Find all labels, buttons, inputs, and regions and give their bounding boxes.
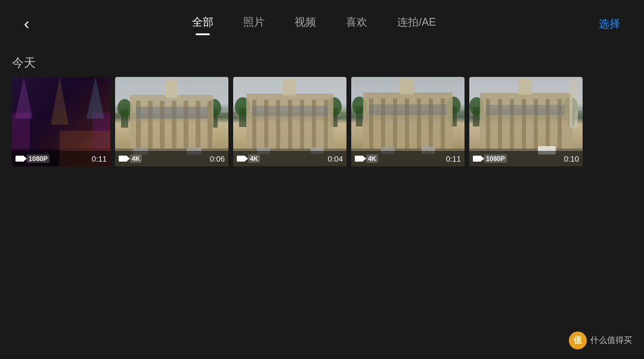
svg-rect-40 bbox=[252, 106, 327, 116]
video-icon-3 bbox=[237, 156, 245, 162]
duration-4: 0:11 bbox=[446, 154, 461, 163]
video-icon-1 bbox=[16, 156, 24, 162]
duration-2: 0:06 bbox=[210, 154, 225, 163]
thumb-info-5: 1080P 0:10 bbox=[469, 151, 583, 166]
svg-point-10 bbox=[117, 99, 132, 117]
nav-tabs: 全部 照片 视频 喜欢 连拍/AE bbox=[35, 15, 593, 33]
duration-3: 0:04 bbox=[328, 154, 343, 163]
quality-badge-1: 1080P bbox=[27, 154, 49, 163]
thumbnail-1[interactable]: 1080P 0:11 bbox=[12, 77, 110, 166]
svg-rect-21 bbox=[166, 80, 178, 98]
video-icon-4 bbox=[355, 156, 363, 162]
thumbnail-2[interactable]: 4K 0:06 bbox=[115, 77, 228, 166]
video-icon-2 bbox=[119, 156, 127, 162]
thumbnail-5[interactable]: 1080P 0:10 bbox=[469, 77, 583, 166]
svg-rect-75 bbox=[518, 79, 531, 95]
thumb-info-1: 1080P 0:11 bbox=[12, 151, 110, 166]
svg-rect-77 bbox=[486, 105, 565, 115]
thumbnail-3[interactable]: 4K 0:04 bbox=[233, 77, 346, 166]
thumbnails-grid: 1080P 0:11 bbox=[0, 77, 644, 166]
tab-burst[interactable]: 连拍/AE bbox=[397, 15, 436, 33]
quality-badge-4: 4K bbox=[366, 154, 378, 163]
svg-rect-57 bbox=[400, 78, 414, 94]
duration-1: 0:11 bbox=[92, 154, 107, 163]
svg-rect-58 bbox=[369, 104, 447, 115]
svg-rect-20 bbox=[208, 101, 212, 148]
watermark-logo: 值 bbox=[569, 332, 587, 349]
quality-badge-2: 4K bbox=[130, 154, 142, 163]
tab-videos[interactable]: 视频 bbox=[295, 15, 316, 33]
svg-rect-76 bbox=[569, 80, 578, 128]
tab-favorites[interactable]: 喜欢 bbox=[346, 15, 367, 33]
thumb-info-3: 4K 0:04 bbox=[233, 151, 346, 166]
quality-badge-5: 1080P bbox=[484, 154, 507, 163]
section-title: 今天 bbox=[0, 48, 644, 77]
tab-all[interactable]: 全部 bbox=[192, 15, 213, 33]
video-icon-5 bbox=[473, 156, 481, 162]
tab-photos[interactable]: 照片 bbox=[243, 15, 265, 33]
svg-rect-39 bbox=[283, 79, 296, 95]
svg-rect-22 bbox=[136, 107, 208, 119]
thumbnail-4[interactable]: 4K 0:11 bbox=[351, 77, 465, 166]
thumb-info-4: 4K 0:11 bbox=[351, 151, 465, 166]
thumb-info-2: 4K 0:06 bbox=[115, 151, 228, 166]
header: ‹ 全部 照片 视频 喜欢 连拍/AE 选择 bbox=[0, 0, 644, 48]
quality-badge-3: 4K bbox=[248, 154, 260, 163]
duration-5: 0:10 bbox=[564, 154, 579, 163]
back-button[interactable]: ‹ bbox=[18, 10, 35, 38]
watermark-text: 什么值得买 bbox=[590, 335, 632, 346]
select-button[interactable]: 选择 bbox=[593, 11, 626, 37]
watermark: 值 什么值得买 bbox=[569, 332, 632, 349]
